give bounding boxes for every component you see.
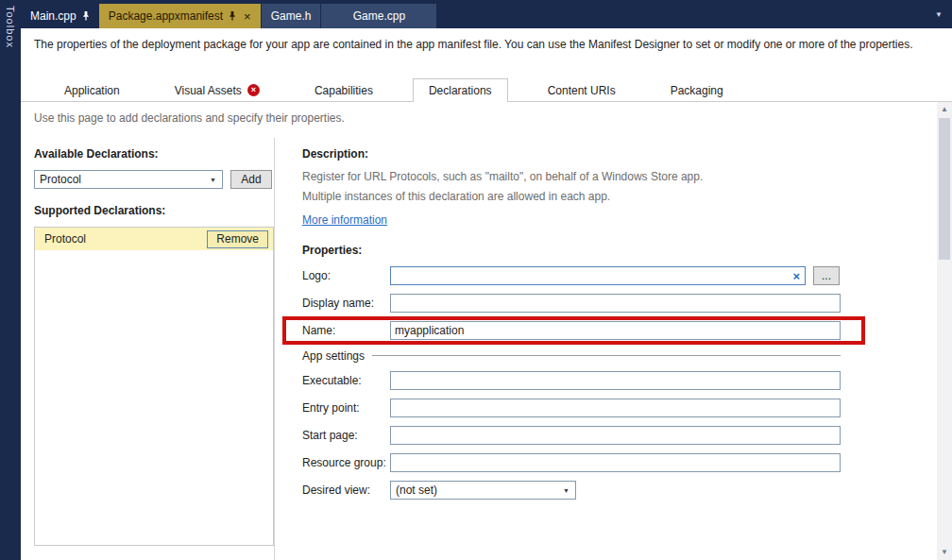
editor-tab-bar: Main.cpp Package.appxmanifest × Game.h G… <box>21 0 952 28</box>
toolbox-panel-tab[interactable]: Toolbox <box>0 0 21 560</box>
declaration-details-panel: Description: Register for URL Protocols,… <box>302 147 848 508</box>
tab-content-uris[interactable]: Content URIs <box>533 79 631 101</box>
scroll-down-icon[interactable]: ▼ <box>937 545 952 560</box>
start-page-input[interactable] <box>390 426 841 445</box>
entry-point-label: Entry point: <box>302 401 390 415</box>
tab-label: Application <box>64 84 120 97</box>
manifest-designer: The properties of the deployment package… <box>21 28 952 560</box>
browse-button[interactable]: ... <box>813 266 840 285</box>
executable-input[interactable] <box>390 371 841 390</box>
resource-group-input[interactable] <box>390 453 841 472</box>
field-row-entry-point: Entry point: <box>302 399 841 417</box>
panel-divider <box>274 138 275 560</box>
tab-label: Visual Assets <box>175 84 242 97</box>
tab-label: Content URIs <box>548 84 616 97</box>
tab-label: Game.h <box>271 9 312 23</box>
tab-label: Capabilities <box>314 84 373 97</box>
supported-declarations-list[interactable]: Protocol Remove <box>34 227 274 546</box>
scroll-up-icon[interactable]: ▲ <box>937 102 952 117</box>
clear-icon[interactable]: × <box>792 270 800 282</box>
close-icon[interactable]: × <box>244 10 251 23</box>
description-line: Multiple instances of this declaration a… <box>302 190 848 204</box>
tab-application[interactable]: Application <box>49 79 135 101</box>
chevron-down-icon[interactable]: ▼ <box>206 177 220 183</box>
description-line: Register for URL Protocols, such as "mai… <box>302 170 848 184</box>
section-divider <box>372 355 841 356</box>
intro-text: The properties of the deployment package… <box>34 38 924 51</box>
app-settings-label: App settings <box>302 349 365 363</box>
name-input[interactable] <box>390 321 841 340</box>
field-row-display-name: Display name: <box>302 294 841 313</box>
start-page-label: Start page: <box>302 429 390 442</box>
desired-view-label: Desired view: <box>302 484 390 497</box>
toolbox-label: Toolbox <box>5 6 16 48</box>
description-heading: Description: <box>302 147 848 161</box>
desired-view-value: (not set) <box>396 484 559 497</box>
error-icon: × <box>247 84 260 96</box>
list-item-protocol[interactable]: Protocol Remove <box>35 228 273 250</box>
logo-input-box: × <box>390 266 806 285</box>
display-name-label: Display name: <box>302 297 390 310</box>
field-row-desired-view: Desired view: (not set) ▼ <box>302 481 841 500</box>
remove-button[interactable]: Remove <box>207 230 268 248</box>
tab-game-cpp[interactable]: Game.cpp <box>321 4 436 28</box>
entry-point-input[interactable] <box>390 399 841 417</box>
tab-visual-assets[interactable]: Visual Assets × <box>160 79 275 101</box>
tab-label: Game.cpp <box>353 9 405 23</box>
tab-overflow-chevron-icon[interactable]: ▼ <box>926 10 952 19</box>
available-declarations-label: Available Declarations: <box>34 147 274 161</box>
desired-view-select[interactable]: (not set) ▼ <box>390 481 576 500</box>
list-item-label: Protocol <box>44 232 86 246</box>
scrollbar-thumb[interactable] <box>939 118 950 260</box>
vertical-scrollbar[interactable]: ▲ ▼ <box>937 102 952 560</box>
add-button[interactable]: Add <box>230 170 272 189</box>
display-name-input[interactable] <box>390 294 841 313</box>
tab-game-h[interactable]: Game.h <box>262 4 321 28</box>
selected-declaration: Protocol <box>40 173 206 186</box>
tab-main-cpp[interactable]: Main.cpp <box>21 4 99 28</box>
logo-label: Logo: <box>302 269 390 282</box>
pin-icon[interactable] <box>82 11 90 22</box>
name-label: Name: <box>302 324 390 337</box>
vs-window: Toolbox Main.cpp Package.appxmanifest × … <box>0 0 952 560</box>
tab-label: Declarations <box>429 84 492 97</box>
supported-declarations-label: Supported Declarations: <box>34 204 274 217</box>
tab-label: Package.appxmanifest <box>109 9 223 23</box>
designer-tab-strip: Application Visual Assets × Capabilities… <box>21 78 952 102</box>
field-row-resource-group: Resource group: <box>302 453 841 472</box>
tab-declarations[interactable]: Declarations <box>413 78 508 102</box>
declarations-panel: Available Declarations: Protocol ▼ Add S… <box>34 147 274 546</box>
chevron-down-icon[interactable]: ▼ <box>559 487 573 494</box>
resource-group-label: Resource group: <box>302 456 390 469</box>
tab-packaging[interactable]: Packaging <box>655 79 739 101</box>
page-hint: Use this page to add declarations and sp… <box>34 111 345 125</box>
field-row-executable: Executable: <box>302 371 841 390</box>
field-row-logo: Logo: × ... <box>302 266 841 285</box>
tab-package-appxmanifest[interactable]: Package.appxmanifest × <box>99 4 261 28</box>
available-declarations-row: Protocol ▼ Add <box>34 170 274 189</box>
field-row-name: Name: <box>302 321 841 340</box>
pin-icon[interactable] <box>229 11 236 22</box>
app-settings-section: App settings <box>302 348 841 363</box>
tab-label: Packaging <box>671 84 723 97</box>
properties-heading: Properties: <box>302 244 848 257</box>
logo-input[interactable] <box>391 267 805 284</box>
tab-label: Main.cpp <box>30 9 76 23</box>
executable-label: Executable: <box>302 374 390 387</box>
field-row-start-page: Start page: <box>302 426 841 445</box>
more-information-link[interactable]: More information <box>302 213 387 227</box>
tab-capabilities[interactable]: Capabilities <box>299 79 388 101</box>
available-declarations-select[interactable]: Protocol ▼ <box>34 170 223 189</box>
